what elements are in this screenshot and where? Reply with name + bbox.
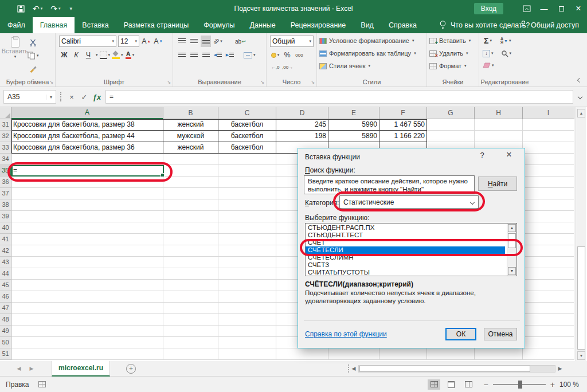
cell-I37[interactable] — [523, 188, 574, 199]
cell-styles-button[interactable]: Стили ячеек▾ — [319, 60, 425, 72]
row-header-40[interactable]: 40 — [0, 222, 11, 234]
menu-tab-7[interactable]: Вид — [353, 17, 381, 33]
number-format-combo[interactable]: Общий▾ — [270, 36, 314, 47]
insert-function-button[interactable]: ƒx — [91, 90, 103, 104]
zoom-slider[interactable] — [493, 384, 546, 385]
cell-A34[interactable] — [11, 154, 163, 165]
cell-A35[interactable]: = — [11, 165, 163, 177]
cell-I48[interactable] — [523, 314, 574, 326]
cell-A31[interactable]: Кроссовки для баскетбола, размер 38 — [11, 119, 163, 131]
align-top-button[interactable] — [177, 36, 187, 47]
ok-button[interactable]: ОК — [445, 328, 476, 340]
customize-qat-icon[interactable]: ▾ — [69, 6, 73, 11]
list-scrollbar[interactable]: ▲ ▼ — [507, 224, 516, 276]
cell-G32[interactable] — [427, 131, 475, 142]
column-header-F[interactable]: F — [379, 107, 427, 119]
cell-C39[interactable] — [218, 211, 276, 222]
row-header-38[interactable]: 38 — [0, 199, 11, 211]
cell-C46[interactable] — [218, 291, 276, 303]
scroll-left-icon[interactable]: ◀ — [349, 366, 358, 371]
align-bottom-button[interactable] — [201, 36, 211, 47]
save-icon[interactable] — [17, 5, 25, 13]
function-help-link[interactable]: Справка по этой функции — [305, 330, 387, 338]
column-header-E[interactable]: E — [328, 107, 379, 119]
cell-E32[interactable]: 5890 — [328, 131, 379, 142]
horizontal-scroll-thumb[interactable] — [359, 366, 530, 372]
cell-C41[interactable] — [218, 234, 276, 245]
normal-view-button[interactable] — [428, 379, 440, 390]
column-header-D[interactable]: D — [276, 107, 328, 119]
row-header-34[interactable]: 34 — [0, 154, 11, 165]
cell-A49[interactable] — [11, 326, 163, 337]
number-dialog-launcher[interactable]: ↘ — [311, 80, 315, 85]
cell-C40[interactable] — [218, 222, 276, 234]
cell-I41[interactable] — [523, 234, 574, 245]
column-header-B[interactable]: B — [163, 107, 218, 119]
cell-C34[interactable] — [218, 154, 276, 165]
cell-C33[interactable]: баскетбол — [218, 142, 276, 154]
function-item-СЧЁТ[interactable]: СЧЁТ — [306, 239, 505, 246]
menu-tab-3[interactable]: Разметка страницы — [116, 17, 196, 33]
cell-A47[interactable] — [11, 303, 163, 314]
cell-I39[interactable] — [523, 211, 574, 222]
cell-A50[interactable] — [11, 337, 163, 348]
expand-formula-bar-icon[interactable] — [574, 90, 586, 104]
cell-I32[interactable] — [523, 131, 574, 142]
cell-I44[interactable] — [523, 268, 574, 280]
format-painter-icon[interactable] — [28, 63, 39, 75]
cell-A32[interactable]: Кроссовки для баскетбола, размер 44 — [11, 131, 163, 142]
cell-C38[interactable] — [218, 199, 276, 211]
cell-H31[interactable] — [475, 119, 523, 131]
row-header-42[interactable]: 42 — [0, 245, 11, 257]
font-name-combo[interactable]: Calibri▾ — [59, 36, 116, 47]
cell-C50[interactable] — [218, 337, 276, 348]
fill-color-button[interactable]: ▾ — [112, 49, 123, 61]
align-left-button[interactable] — [177, 49, 187, 61]
cell-B47[interactable] — [163, 303, 218, 314]
vertical-scrollbar[interactable]: ▲ ▼ — [576, 107, 586, 361]
cancel-entry-button[interactable]: × — [65, 90, 78, 104]
row-header-31[interactable]: 31 — [0, 119, 11, 131]
list-scroll-thumb[interactable] — [508, 233, 516, 248]
cell-B44[interactable] — [163, 268, 218, 280]
collapse-ribbon-icon[interactable] — [577, 78, 582, 83]
font-dialog-launcher[interactable]: ↘ — [167, 80, 171, 85]
cell-A51[interactable] — [11, 348, 163, 360]
menu-tab-8[interactable]: Справка — [381, 17, 424, 33]
list-scroll-up-icon[interactable]: ▲ — [508, 224, 516, 232]
column-header-A[interactable]: A — [11, 107, 163, 119]
function-item-СЧЁТЗ[interactable]: СЧЁТЗ — [306, 261, 505, 269]
zoom-level[interactable]: 100 % — [559, 381, 579, 389]
new-sheet-button[interactable]: + — [126, 364, 136, 374]
tell-me-box[interactable]: Что вы хотите сделать? — [439, 17, 530, 33]
cell-E51[interactable] — [328, 348, 379, 360]
row-header-43[interactable]: 43 — [0, 257, 11, 268]
menu-tab-4[interactable]: Формулы — [196, 17, 242, 33]
font-color-button[interactable]: А▾ — [125, 49, 135, 61]
cell-C45[interactable] — [218, 280, 276, 291]
shrink-font-button[interactable]: А▼ — [153, 36, 163, 47]
page-break-view-button[interactable] — [462, 379, 475, 390]
cut-icon[interactable] — [28, 37, 39, 48]
cell-A33[interactable]: Кроссовки для баскетбола, размер 36 — [11, 142, 163, 154]
menu-tab-6[interactable]: Рецензирование — [283, 17, 354, 33]
cell-B38[interactable] — [163, 199, 218, 211]
column-header-H[interactable]: H — [475, 107, 523, 119]
menu-tab-1[interactable]: Главная — [33, 17, 75, 33]
row-header-35[interactable]: 35 — [0, 165, 11, 177]
paste-button[interactable]: Вставить ▾ — [2, 34, 28, 75]
cell-H32[interactable] — [475, 131, 523, 142]
function-item-СЧИТАТЬПУСТОТЫ[interactable]: СЧИТАТЬПУСТОТЫ — [306, 269, 505, 276]
cell-C31[interactable]: баскетбол — [218, 119, 276, 131]
menu-tab-2[interactable]: Вставка — [75, 17, 116, 33]
name-box-dropdown-icon[interactable]: ▾ — [46, 95, 56, 100]
cell-B46[interactable] — [163, 291, 218, 303]
row-header-46[interactable]: 46 — [0, 291, 11, 303]
redo-icon[interactable]: ↷▾ — [50, 4, 60, 13]
cell-B34[interactable] — [163, 154, 218, 165]
row-header-50[interactable]: 50 — [0, 337, 11, 348]
cell-B43[interactable] — [163, 257, 218, 268]
close-button[interactable]: × — [570, 0, 587, 17]
next-sheet-icon[interactable]: ▶ — [25, 366, 38, 371]
cell-B50[interactable] — [163, 337, 218, 348]
